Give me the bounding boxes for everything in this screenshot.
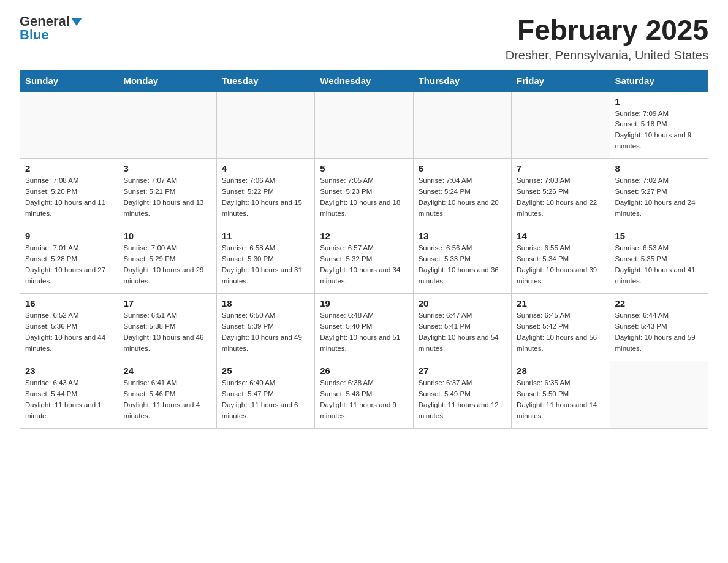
day-number: 1 xyxy=(615,96,703,107)
calendar-cell xyxy=(20,91,118,159)
column-header-thursday: Thursday xyxy=(413,70,511,91)
calendar-cell: 3Sunrise: 7:07 AMSunset: 5:21 PMDaylight… xyxy=(118,159,216,226)
calendar-cell xyxy=(413,91,511,159)
calendar-subtitle: Dresher, Pennsylvania, United States xyxy=(506,48,708,63)
day-number: 25 xyxy=(222,366,309,376)
day-info: Sunrise: 6:38 AMSunset: 5:48 PMDaylight:… xyxy=(320,378,408,421)
page-header: General Blue February 2025 Dresher, Penn… xyxy=(20,15,708,63)
calendar-cell: 9Sunrise: 7:01 AMSunset: 5:28 PMDaylight… xyxy=(20,226,118,294)
day-info: Sunrise: 6:58 AMSunset: 5:30 PMDaylight:… xyxy=(222,243,309,286)
day-number: 11 xyxy=(222,231,309,241)
day-number: 21 xyxy=(517,298,604,308)
calendar-cell: 22Sunrise: 6:44 AMSunset: 5:43 PMDayligh… xyxy=(610,294,708,361)
day-info: Sunrise: 7:06 AMSunset: 5:22 PMDaylight:… xyxy=(222,175,309,219)
calendar-cell: 12Sunrise: 6:57 AMSunset: 5:32 PMDayligh… xyxy=(315,226,413,294)
day-number: 3 xyxy=(123,163,211,174)
day-info: Sunrise: 6:55 AMSunset: 5:34 PMDaylight:… xyxy=(517,243,604,286)
column-header-tuesday: Tuesday xyxy=(216,70,314,91)
day-info: Sunrise: 6:43 AMSunset: 5:44 PMDaylight:… xyxy=(25,378,113,421)
calendar-cell: 20Sunrise: 6:47 AMSunset: 5:41 PMDayligh… xyxy=(413,294,511,361)
calendar-cell: 10Sunrise: 7:00 AMSunset: 5:29 PMDayligh… xyxy=(118,226,216,294)
column-header-sunday: Sunday xyxy=(20,70,118,91)
day-number: 14 xyxy=(517,231,604,241)
calendar-cell: 24Sunrise: 6:41 AMSunset: 5:46 PMDayligh… xyxy=(118,361,216,429)
logo-blue-text: Blue xyxy=(20,28,49,42)
day-info: Sunrise: 6:52 AMSunset: 5:36 PMDaylight:… xyxy=(25,310,113,354)
column-header-saturday: Saturday xyxy=(610,70,708,91)
logo: General Blue xyxy=(20,15,82,42)
day-number: 28 xyxy=(517,366,604,376)
calendar-cell xyxy=(118,91,216,159)
calendar-cell: 6Sunrise: 7:04 AMSunset: 5:24 PMDaylight… xyxy=(413,159,511,226)
day-number: 24 xyxy=(123,366,211,376)
calendar-cell: 4Sunrise: 7:06 AMSunset: 5:22 PMDaylight… xyxy=(216,159,314,226)
calendar-header-row: SundayMondayTuesdayWednesdayThursdayFrid… xyxy=(20,70,708,91)
calendar-cell: 19Sunrise: 6:48 AMSunset: 5:40 PMDayligh… xyxy=(315,294,413,361)
calendar-cell: 17Sunrise: 6:51 AMSunset: 5:38 PMDayligh… xyxy=(118,294,216,361)
day-number: 2 xyxy=(25,163,113,174)
day-number: 5 xyxy=(320,163,408,174)
day-info: Sunrise: 7:01 AMSunset: 5:28 PMDaylight:… xyxy=(25,243,113,286)
day-info: Sunrise: 7:08 AMSunset: 5:20 PMDaylight:… xyxy=(25,175,113,219)
day-info: Sunrise: 6:37 AMSunset: 5:49 PMDaylight:… xyxy=(419,378,506,421)
day-info: Sunrise: 6:48 AMSunset: 5:40 PMDaylight:… xyxy=(320,310,408,354)
column-header-monday: Monday xyxy=(118,70,216,91)
day-info: Sunrise: 7:09 AMSunset: 5:18 PMDaylight:… xyxy=(615,109,703,152)
calendar-title: February 2025 xyxy=(506,15,708,46)
calendar-cell xyxy=(216,91,314,159)
calendar-table: SundayMondayTuesdayWednesdayThursdayFrid… xyxy=(20,70,708,429)
calendar-cell xyxy=(512,91,610,159)
day-info: Sunrise: 6:44 AMSunset: 5:43 PMDaylight:… xyxy=(615,310,703,354)
day-info: Sunrise: 6:41 AMSunset: 5:46 PMDaylight:… xyxy=(123,378,211,421)
calendar-week-row: 23Sunrise: 6:43 AMSunset: 5:44 PMDayligh… xyxy=(20,361,708,429)
day-number: 13 xyxy=(419,231,506,241)
calendar-cell: 1Sunrise: 7:09 AMSunset: 5:18 PMDaylight… xyxy=(610,91,708,159)
day-number: 26 xyxy=(320,366,408,376)
day-number: 18 xyxy=(222,298,309,308)
calendar-cell: 5Sunrise: 7:05 AMSunset: 5:23 PMDaylight… xyxy=(315,159,413,226)
day-info: Sunrise: 7:02 AMSunset: 5:27 PMDaylight:… xyxy=(615,175,703,219)
day-info: Sunrise: 6:35 AMSunset: 5:50 PMDaylight:… xyxy=(517,378,604,421)
column-header-friday: Friday xyxy=(512,70,610,91)
logo-general-text: General xyxy=(20,15,70,28)
day-number: 6 xyxy=(419,163,506,174)
day-number: 17 xyxy=(123,298,211,308)
day-number: 22 xyxy=(615,298,703,308)
calendar-cell: 15Sunrise: 6:53 AMSunset: 5:35 PMDayligh… xyxy=(610,226,708,294)
day-number: 7 xyxy=(517,163,604,174)
day-number: 20 xyxy=(419,298,506,308)
calendar-cell xyxy=(610,361,708,429)
day-info: Sunrise: 6:45 AMSunset: 5:42 PMDaylight:… xyxy=(517,310,604,354)
calendar-cell: 26Sunrise: 6:38 AMSunset: 5:48 PMDayligh… xyxy=(315,361,413,429)
calendar-cell: 18Sunrise: 6:50 AMSunset: 5:39 PMDayligh… xyxy=(216,294,314,361)
calendar-cell: 25Sunrise: 6:40 AMSunset: 5:47 PMDayligh… xyxy=(216,361,314,429)
calendar-week-row: 2Sunrise: 7:08 AMSunset: 5:20 PMDaylight… xyxy=(20,159,708,226)
day-info: Sunrise: 7:05 AMSunset: 5:23 PMDaylight:… xyxy=(320,175,408,219)
day-number: 10 xyxy=(123,231,211,241)
day-number: 12 xyxy=(320,231,408,241)
day-number: 16 xyxy=(25,298,113,308)
day-number: 9 xyxy=(25,231,113,241)
day-info: Sunrise: 6:53 AMSunset: 5:35 PMDaylight:… xyxy=(615,243,703,286)
column-header-wednesday: Wednesday xyxy=(315,70,413,91)
calendar-cell: 11Sunrise: 6:58 AMSunset: 5:30 PMDayligh… xyxy=(216,226,314,294)
day-info: Sunrise: 6:47 AMSunset: 5:41 PMDaylight:… xyxy=(419,310,506,354)
day-number: 27 xyxy=(419,366,506,376)
calendar-week-row: 1Sunrise: 7:09 AMSunset: 5:18 PMDaylight… xyxy=(20,91,708,159)
calendar-cell: 27Sunrise: 6:37 AMSunset: 5:49 PMDayligh… xyxy=(413,361,511,429)
day-info: Sunrise: 7:07 AMSunset: 5:21 PMDaylight:… xyxy=(123,175,211,219)
day-number: 8 xyxy=(615,163,703,174)
calendar-cell: 13Sunrise: 6:56 AMSunset: 5:33 PMDayligh… xyxy=(413,226,511,294)
calendar-cell: 16Sunrise: 6:52 AMSunset: 5:36 PMDayligh… xyxy=(20,294,118,361)
day-info: Sunrise: 7:04 AMSunset: 5:24 PMDaylight:… xyxy=(419,175,506,219)
calendar-cell: 7Sunrise: 7:03 AMSunset: 5:26 PMDaylight… xyxy=(512,159,610,226)
day-info: Sunrise: 6:56 AMSunset: 5:33 PMDaylight:… xyxy=(419,243,506,286)
day-info: Sunrise: 6:51 AMSunset: 5:38 PMDaylight:… xyxy=(123,310,211,354)
calendar-cell: 21Sunrise: 6:45 AMSunset: 5:42 PMDayligh… xyxy=(512,294,610,361)
day-info: Sunrise: 7:03 AMSunset: 5:26 PMDaylight:… xyxy=(517,175,604,219)
calendar-cell: 2Sunrise: 7:08 AMSunset: 5:20 PMDaylight… xyxy=(20,159,118,226)
title-block: February 2025 Dresher, Pennsylvania, Uni… xyxy=(506,15,708,63)
day-info: Sunrise: 7:00 AMSunset: 5:29 PMDaylight:… xyxy=(123,243,211,286)
day-number: 19 xyxy=(320,298,408,308)
calendar-week-row: 16Sunrise: 6:52 AMSunset: 5:36 PMDayligh… xyxy=(20,294,708,361)
